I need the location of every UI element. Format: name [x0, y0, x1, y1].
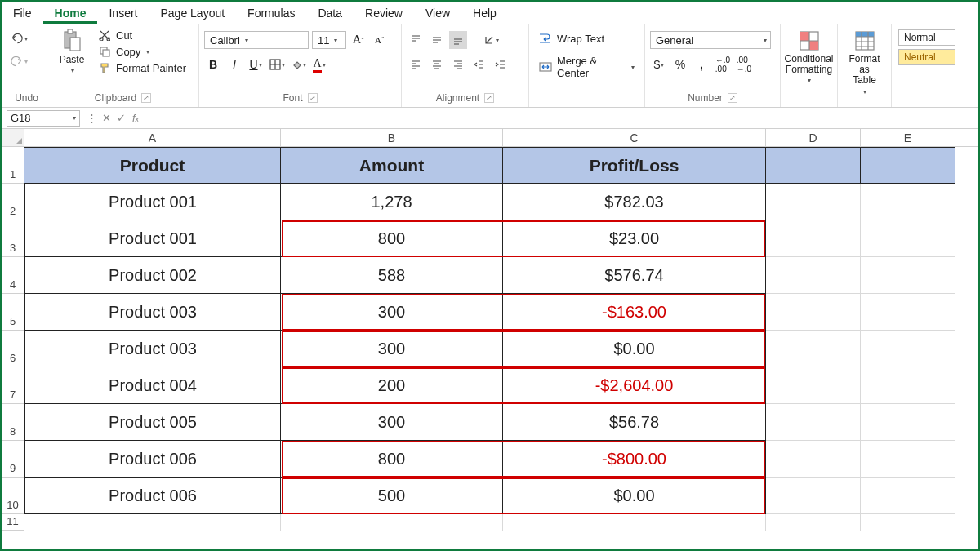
decrease-indent-button[interactable]: [470, 56, 488, 73]
menu-formulas[interactable]: Formulas: [236, 3, 306, 24]
cell[interactable]: 300: [281, 294, 503, 331]
cell[interactable]: Amount: [281, 147, 503, 184]
decrease-decimal-button[interactable]: .00→.0: [735, 56, 753, 73]
cell[interactable]: Product 001: [24, 220, 281, 257]
redo-button[interactable]: ▾: [10, 52, 28, 70]
align-top-button[interactable]: [407, 31, 425, 49]
fx-icon[interactable]: fx: [129, 112, 142, 124]
select-all-corner[interactable]: [2, 129, 24, 146]
conditional-formatting-button[interactable]: Conditional Formatting▾: [786, 28, 832, 86]
menu-help[interactable]: Help: [461, 3, 508, 24]
cell[interactable]: Product 002: [24, 257, 281, 294]
cell[interactable]: [766, 294, 861, 331]
cell[interactable]: $0.00: [503, 331, 766, 367]
comma-format-button[interactable]: ,: [693, 56, 710, 73]
style-neutral[interactable]: Neutral: [898, 49, 956, 65]
cell[interactable]: Product 006: [24, 441, 281, 478]
italic-button[interactable]: I: [225, 56, 243, 73]
shrink-font-button[interactable]: A˅: [371, 31, 389, 49]
font-color-button[interactable]: A▾: [310, 56, 328, 73]
style-normal[interactable]: Normal: [898, 29, 956, 46]
cell[interactable]: [766, 257, 861, 294]
align-middle-button[interactable]: [428, 31, 446, 49]
bold-button[interactable]: B: [204, 56, 222, 73]
cell[interactable]: -$163.00: [503, 294, 766, 331]
cell[interactable]: [861, 367, 956, 404]
cell[interactable]: Product 005: [24, 404, 281, 441]
increase-decimal-button[interactable]: ←.0.00: [714, 56, 732, 73]
col-header-D[interactable]: D: [766, 129, 861, 146]
fx-menu-icon[interactable]: ⋮: [85, 112, 98, 124]
cell[interactable]: Product 003: [24, 331, 281, 367]
cell[interactable]: $0.00: [503, 478, 766, 514]
menu-review[interactable]: Review: [354, 3, 414, 24]
align-center-button[interactable]: [428, 56, 446, 73]
cell[interactable]: [861, 294, 956, 331]
confirm-formula-button[interactable]: ✓: [114, 112, 127, 124]
row-header[interactable]: 11: [2, 514, 24, 531]
cell[interactable]: [861, 404, 956, 441]
col-header-C[interactable]: C: [503, 129, 766, 146]
row-header[interactable]: 3: [2, 220, 24, 257]
cell[interactable]: [766, 220, 861, 257]
cell[interactable]: Product 003: [24, 294, 281, 331]
cell[interactable]: $23.00: [503, 220, 766, 257]
col-header-B[interactable]: B: [281, 129, 503, 146]
formula-input[interactable]: [147, 110, 978, 127]
menu-view[interactable]: View: [414, 3, 461, 24]
fill-color-button[interactable]: ▾: [289, 56, 307, 73]
row-header[interactable]: 1: [2, 147, 24, 184]
cell[interactable]: $576.74: [503, 257, 766, 294]
percent-format-button[interactable]: %: [671, 56, 689, 73]
cell[interactable]: [861, 147, 956, 184]
row-header[interactable]: 7: [2, 367, 24, 404]
row-header[interactable]: 9: [2, 441, 24, 478]
name-box[interactable]: G18▾: [7, 110, 80, 127]
format-painter-button[interactable]: Format Painter: [95, 60, 189, 75]
cell[interactable]: Product 001: [24, 184, 281, 220]
cell[interactable]: 800: [281, 220, 503, 257]
undo-button[interactable]: ▾: [10, 29, 28, 47]
cell[interactable]: [861, 441, 956, 478]
increase-indent-button[interactable]: [492, 56, 510, 73]
row-header[interactable]: 6: [2, 331, 24, 367]
clipboard-launcher[interactable]: ⤢: [141, 93, 151, 103]
cell[interactable]: 200: [281, 367, 503, 404]
cell[interactable]: [861, 184, 956, 220]
borders-button[interactable]: ▾: [268, 56, 286, 73]
cell[interactable]: Profit/Loss: [503, 147, 766, 184]
cell[interactable]: $782.03: [503, 184, 766, 220]
orientation-button[interactable]: ▾: [482, 31, 500, 49]
number-launcher[interactable]: ⤢: [728, 93, 737, 103]
wrap-text-button[interactable]: Wrap Text: [536, 31, 608, 46]
cell[interactable]: [766, 184, 861, 220]
font-launcher[interactable]: ⤢: [308, 93, 318, 103]
row-header[interactable]: 2: [2, 184, 24, 220]
cell[interactable]: 800: [281, 441, 503, 478]
font-size-select[interactable]: 11▾: [312, 31, 346, 49]
row-header[interactable]: 8: [2, 404, 24, 441]
cell[interactable]: -$800.00: [503, 441, 766, 478]
row-header[interactable]: 10: [2, 478, 24, 514]
font-name-select[interactable]: Calibri▾: [204, 31, 309, 49]
cell[interactable]: [766, 478, 861, 514]
underline-button[interactable]: U▾: [247, 56, 265, 73]
cut-button[interactable]: Cut: [95, 28, 189, 42]
cell[interactable]: 588: [281, 257, 503, 294]
menu-home[interactable]: Home: [43, 3, 98, 24]
grow-font-button[interactable]: A˄: [350, 31, 368, 49]
sheet-grid[interactable]: 1 Product Amount Profit/Loss 2Product 00…: [2, 147, 978, 531]
cell[interactable]: [766, 441, 861, 478]
cell[interactable]: Product 006: [24, 478, 281, 514]
cell[interactable]: 300: [281, 404, 503, 441]
col-header-E[interactable]: E: [861, 129, 956, 146]
menu-page-layout[interactable]: Page Layout: [149, 3, 236, 24]
cell[interactable]: 1,278: [281, 184, 503, 220]
cancel-formula-button[interactable]: ✕: [100, 112, 113, 124]
col-header-A[interactable]: A: [24, 129, 281, 146]
align-bottom-button[interactable]: [449, 31, 467, 49]
alignment-launcher[interactable]: ⤢: [484, 93, 494, 103]
menu-insert[interactable]: Insert: [97, 3, 149, 24]
cell[interactable]: [861, 478, 956, 514]
accounting-format-button[interactable]: $▾: [650, 56, 668, 73]
